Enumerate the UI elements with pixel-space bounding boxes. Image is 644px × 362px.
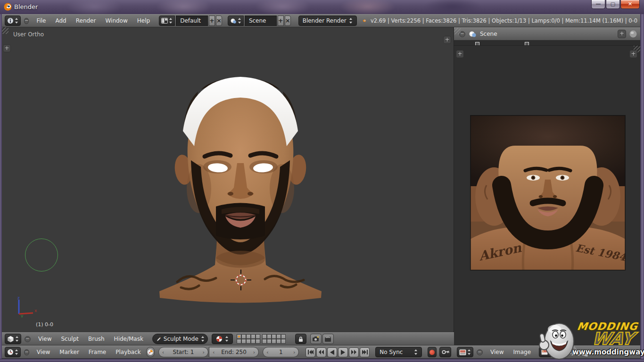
layer-cell[interactable] xyxy=(256,339,260,344)
layer-cell[interactable] xyxy=(281,334,286,339)
decrement-arrow[interactable]: ‹ xyxy=(162,349,164,355)
menu-file[interactable]: File xyxy=(32,16,50,25)
opengl-render-image-button[interactable] xyxy=(310,334,322,344)
layer-cell[interactable] xyxy=(237,339,241,344)
layer-cell[interactable] xyxy=(276,334,281,339)
editor-type-selector-3dview[interactable] xyxy=(5,334,21,344)
render-engine-select[interactable]: Blender Render xyxy=(298,16,357,26)
collapse-menus-toggle[interactable]: − xyxy=(477,349,483,355)
menu-view[interactable]: View xyxy=(34,334,56,344)
properties-expand-button[interactable]: + xyxy=(443,36,451,44)
frame-end-field[interactable]: ‹ End: 250 › xyxy=(209,347,259,357)
maximize-button[interactable]: ▢ xyxy=(606,0,620,9)
toolshelf-expand-button[interactable]: + xyxy=(3,44,11,52)
screen-layout-name-field[interactable]: Default xyxy=(176,16,208,26)
menu-marker[interactable]: Marker xyxy=(55,347,83,357)
layer-cell[interactable] xyxy=(246,339,251,344)
layer-cell[interactable] xyxy=(262,334,267,339)
increment-arrow[interactable]: › xyxy=(293,349,295,355)
outliner-add-button[interactable]: + xyxy=(618,30,626,38)
add-scene-button[interactable]: + xyxy=(278,16,284,26)
sphere-widget-icon[interactable] xyxy=(629,30,637,38)
minimize-button[interactable]: — xyxy=(591,0,605,9)
menu-image[interactable]: Image xyxy=(509,347,535,357)
layer-cell[interactable] xyxy=(272,334,276,339)
jump-prev-keyframe-button[interactable] xyxy=(316,347,326,357)
editor-type-selector-info[interactable] xyxy=(5,16,21,26)
menu-playback[interactable]: Playback xyxy=(111,347,145,357)
layer-group-1[interactable] xyxy=(237,334,260,344)
jump-to-start-button[interactable] xyxy=(305,347,315,357)
jump-to-end-button[interactable] xyxy=(360,347,370,357)
outliner-item-icon[interactable] xyxy=(525,42,529,46)
auto-keyframe-record-button[interactable] xyxy=(428,347,437,357)
menu-view[interactable]: View xyxy=(486,347,508,357)
titlebar[interactable]: Blender — ▢ ✕ xyxy=(0,0,644,14)
image-name-field[interactable]: txt2.jpg xyxy=(559,349,581,355)
layer-cell[interactable] xyxy=(267,334,272,339)
current-frame-field[interactable]: ‹ 1 › xyxy=(263,347,299,357)
layer-group-2[interactable] xyxy=(262,334,286,344)
play-reverse-button[interactable] xyxy=(327,347,337,357)
decrement-arrow[interactable]: ‹ xyxy=(213,349,215,355)
opengl-render-animation-button[interactable] xyxy=(322,334,334,344)
play-button[interactable] xyxy=(338,347,348,357)
layer-cell-active[interactable] xyxy=(237,334,241,339)
increment-arrow[interactable]: › xyxy=(203,349,205,355)
collapse-menus-toggle[interactable]: − xyxy=(24,349,29,355)
editor-type-selector-timeline[interactable] xyxy=(5,347,21,357)
layer-cell[interactable] xyxy=(251,334,256,339)
toolshelf-expand-button[interactable]: + xyxy=(456,50,464,58)
scene-name-field[interactable]: Scene xyxy=(245,16,277,26)
sync-mode-select[interactable]: No Sync xyxy=(375,347,421,357)
scene-browse-button[interactable] xyxy=(228,16,244,26)
jump-next-keyframe-button[interactable] xyxy=(349,347,359,357)
menu-window[interactable]: Window xyxy=(101,16,132,25)
menu-brush[interactable]: Brush xyxy=(84,334,109,344)
properties-expand-button[interactable]: + xyxy=(629,50,637,58)
outliner-content[interactable] xyxy=(454,41,640,46)
menu-frame[interactable]: Frame xyxy=(84,347,110,357)
layers-widget[interactable] xyxy=(237,334,286,344)
outliner-scene-label[interactable]: Scene xyxy=(478,29,502,39)
frame-start-field[interactable]: ‹ Start: 1 › xyxy=(158,347,208,357)
layer-cell[interactable] xyxy=(241,339,246,344)
layer-cell[interactable] xyxy=(251,339,256,344)
lock-camera-button[interactable] xyxy=(295,334,306,344)
editor-type-selector-image[interactable] xyxy=(457,347,473,357)
decrement-arrow[interactable]: ‹ xyxy=(266,349,268,355)
layer-cell[interactable] xyxy=(267,339,272,344)
area-corner-grip[interactable] xyxy=(454,28,461,34)
use-preview-range-button[interactable] xyxy=(146,347,155,357)
image-browse-button[interactable] xyxy=(539,347,555,357)
menu-help[interactable]: Help xyxy=(133,16,154,25)
add-screen-layout-button[interactable]: + xyxy=(209,16,215,26)
layer-cell[interactable] xyxy=(272,339,276,344)
layer-cell[interactable] xyxy=(241,334,246,339)
menu-view[interactable]: View xyxy=(33,347,54,357)
delete-screen-layout-button[interactable]: × xyxy=(216,16,222,26)
3d-viewport[interactable]: User Ortho + + xyxy=(2,27,454,332)
close-button[interactable]: ✕ xyxy=(620,0,640,9)
layer-cell[interactable] xyxy=(262,339,267,344)
outliner-item-icon[interactable] xyxy=(475,42,479,46)
layer-cell[interactable] xyxy=(276,339,281,344)
uv-image-editor[interactable]: + + xyxy=(454,46,640,346)
layer-cell[interactable] xyxy=(256,334,260,339)
viewport-shading-select[interactable] xyxy=(212,334,233,344)
collapse-menus-toggle[interactable]: − xyxy=(24,18,29,24)
menu-add[interactable]: Add xyxy=(51,16,70,25)
menu-hide-mask[interactable]: Hide/Mask xyxy=(110,334,148,344)
menu-render[interactable]: Render xyxy=(72,16,100,25)
delete-scene-button[interactable]: × xyxy=(285,16,291,26)
increment-arrow[interactable]: › xyxy=(253,349,255,355)
layer-cell[interactable] xyxy=(246,334,251,339)
layer-cell[interactable] xyxy=(281,339,286,344)
area-corner-grip[interactable] xyxy=(2,27,8,34)
face-texture-image[interactable]: Akron Est 1984 xyxy=(471,115,625,270)
collapse-menus-toggle[interactable]: − xyxy=(25,336,31,342)
mode-select[interactable]: Sculpt Mode xyxy=(152,334,208,344)
menu-sculpt[interactable]: Sculpt xyxy=(57,334,83,344)
screen-layout-browse-button[interactable] xyxy=(159,16,175,26)
keying-set-button[interactable] xyxy=(439,347,451,357)
